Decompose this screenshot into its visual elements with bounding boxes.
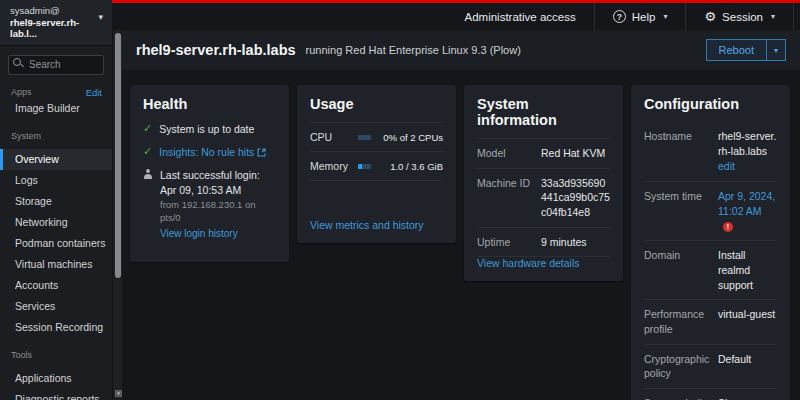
crypto-policy-link[interactable]: Default [718,352,751,381]
masthead-divider [793,3,794,30]
memory-label: Memory [310,160,358,172]
masthead: Administrative access ? Help ▾ ⚙ Session… [112,0,800,30]
chevron-down-icon[interactable]: ▾ [98,12,103,22]
memory-usage-row: Memory 1.0 / 3.6 GiB [310,151,443,181]
memory-usage-value: 1.0 / 3.6 GiB [371,161,443,172]
system-time-link[interactable]: Apr 9, 2024, 11:02 AM [718,190,775,217]
view-login-history-link[interactable]: View login history [160,227,276,241]
scrollbar-down-button[interactable]: ▾ [115,390,122,397]
reboot-split-button: Reboot ▾ [706,39,787,61]
reboot-dropdown-toggle[interactable]: ▾ [766,39,786,61]
crypto-policy-row: Cryptographic policy Default [644,344,777,388]
sidebar-item-storage[interactable]: Storage [0,191,112,212]
person-icon [143,169,153,179]
tools-section-label: Tools [11,350,32,360]
cpu-usage-row: CPU 0% of 2 CPUs [310,122,443,151]
health-card-title: Health [143,96,276,112]
usage-card: Usage CPU 0% of 2 CPUs Memory 1.0 / 3.6 … [297,85,456,243]
uptime-row: Uptime 9 minutes [477,227,610,258]
user-hostname: rhel9-server.rh-lab.l... [10,17,102,39]
model-row: Model Red Hat KVM [477,138,610,168]
apps-section-header: Apps Edit [0,87,112,98]
page-header: rhel9-server.rh-lab.labs running Red Hat… [122,30,800,70]
help-menu[interactable]: ? Help ▾ [595,3,686,30]
scrollbar-thumb[interactable] [115,33,121,278]
last-login-text: Last successful login: Apr 09, 10:53 AM [160,169,260,195]
help-label: Help [632,11,656,23]
chevron-down-icon: ▾ [663,12,667,21]
user-menu[interactable]: sysadmin@ rhel9-server.rh-lab.l... ▾ [0,0,112,46]
cpu-label: CPU [310,131,358,143]
health-card: Health ✓ System is up to date ✓ Insights… [130,85,289,262]
time-warning-icon: ! [723,222,733,232]
administrative-access-button[interactable]: Administrative access [447,3,594,30]
model-value: Red Hat KVM [541,146,605,161]
view-metrics-link[interactable]: View metrics and history [310,219,443,231]
updates-status: ✓ System is up to date [143,122,276,136]
cpu-progress-bar [358,135,371,140]
uptime-value: 9 minutes [541,235,587,250]
hostname-row: Hostname rhel9-server.rh-lab.labs edit [644,122,777,181]
tools-section-header: Tools [0,350,112,360]
sidebar: sysadmin@ rhel9-server.rh-lab.l... ▾ App… [0,0,112,400]
sidebar-item-services[interactable]: Services [0,296,112,317]
sidebar-item-networking[interactable]: Networking [0,212,112,233]
insights-status: ✓ Insights: No rule hits [143,145,276,159]
sidebar-scrollbar[interactable]: ▾ [112,30,122,400]
sidebar-item-overview[interactable]: Overview [0,149,112,170]
last-login-info: Last successful login: Apr 09, 10:53 AM … [143,168,276,240]
gear-icon: ⚙ [704,10,716,23]
view-hardware-details-link[interactable]: View hardware details [477,257,610,269]
external-link-icon [257,148,266,157]
hostname-edit-link[interactable]: edit [718,159,777,174]
hostname-value: rhel9-server.rh-lab.labs [718,130,776,157]
domain-link[interactable]: Install realmd support [718,248,777,292]
configuration-card-title: Configuration [644,96,777,112]
insights-link[interactable]: Insights: No rule hits [159,145,266,159]
check-icon: ✓ [143,145,152,158]
last-login-source: from 192.168.230.1 on pts/0 [160,199,276,225]
machine-id-row: Machine ID 33a3d935690441ca99b0c75c04fb1… [477,168,610,227]
session-menu[interactable]: ⚙ Session ▾ [686,3,793,30]
show-fingerprints-link[interactable]: Show fingerprints [718,396,777,400]
sidebar-item-accounts[interactable]: Accounts [0,275,112,296]
username: sysadmin@ [10,5,102,16]
search-icon [13,58,21,66]
page-title-hostname: rhel9-server.rh-lab.labs [136,42,296,58]
os-release-text: running Red Hat Enterprise Linux 9.3 (Pl… [306,44,521,56]
ssh-keys-row: Secure shell keys Show fingerprints [644,388,777,400]
memory-progress-fill [358,164,362,169]
sidebar-item-session-recording[interactable]: Session Recording [0,317,112,338]
domain-row: Domain Install realmd support [644,240,777,299]
system-information-card: System information Model Red Hat KVM Mac… [464,85,623,281]
configuration-card: Configuration Hostname rhel9-server.rh-l… [631,85,790,400]
sidebar-item-image-builder[interactable]: Image Builder [0,98,112,119]
apps-section-label: Apps [11,87,32,97]
system-time-row: System time Apr 9, 2024, 11:02 AM ! [644,181,777,240]
chevron-down-icon: ▾ [771,12,775,21]
performance-profile-row: Performance profile virtual-guest [644,299,777,343]
search-box [8,54,104,75]
sidebar-item-virtual-machines[interactable]: Virtual machines [0,254,112,275]
system-section-label: System [11,131,41,141]
help-icon: ? [613,10,626,23]
sidebar-item-podman-containers[interactable]: Podman containers [0,233,112,254]
system-info-card-title: System information [477,96,610,128]
sidebar-item-diagnostic-reports[interactable]: Diagnostic reports [0,389,112,400]
session-label: Session [722,11,763,23]
usage-card-title: Usage [310,96,443,112]
system-section-header: System [0,131,112,141]
sidebar-item-applications[interactable]: Applications [0,368,112,389]
sidebar-item-logs[interactable]: Logs [0,170,112,191]
reboot-button[interactable]: Reboot [706,39,766,61]
cockpit-overview-page: sysadmin@ rhel9-server.rh-lab.l... ▾ App… [0,0,800,400]
machine-id-value: 33a3d935690441ca99b0c75c04fb14e8 [541,176,610,220]
overview-cards: Health ✓ System is up to date ✓ Insights… [122,70,800,400]
performance-profile-link[interactable]: virtual-guest [718,307,775,336]
cpu-usage-value: 0% of 2 CPUs [371,132,443,143]
apps-edit-link[interactable]: Edit [86,87,102,98]
check-icon: ✓ [143,122,152,135]
memory-progress-bar [358,164,371,169]
